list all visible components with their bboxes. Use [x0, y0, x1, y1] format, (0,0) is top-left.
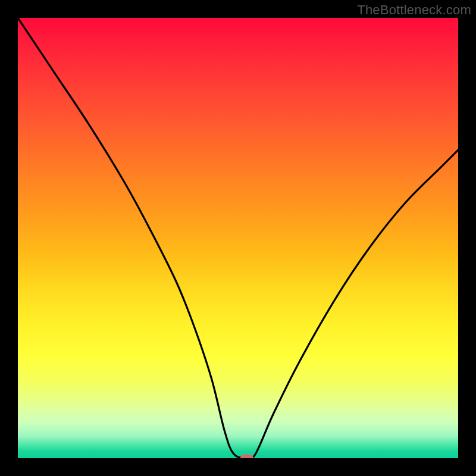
- chart-frame: TheBottleneck.com: [0, 0, 476, 476]
- plot-area: [18, 18, 458, 458]
- bottleneck-curve: [18, 18, 458, 458]
- optimum-marker: [240, 455, 253, 458]
- watermark-text: TheBottleneck.com: [357, 2, 471, 18]
